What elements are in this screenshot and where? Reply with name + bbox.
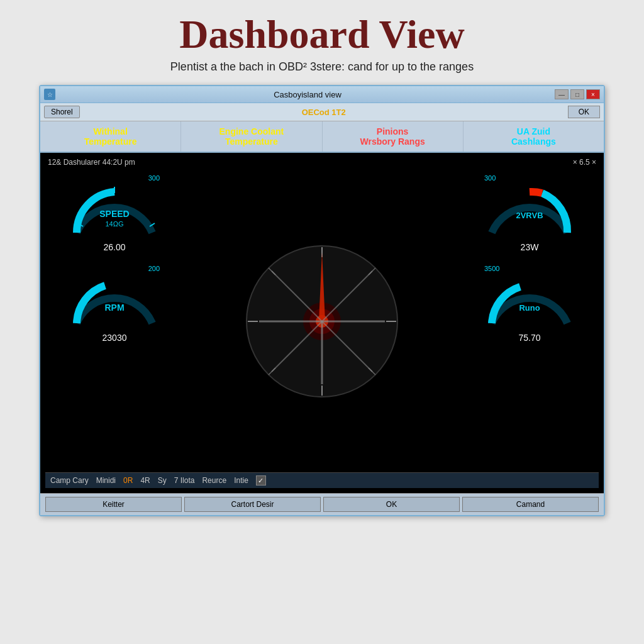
close-button[interactable]: × [586, 89, 600, 99]
gauges-container: 300 SPEED 14ΩG [45, 170, 599, 472]
top-right-value: 23W [521, 242, 539, 252]
cartort-desir-button[interactable]: Cartort Desir [184, 497, 321, 512]
tab-withinal-temperature[interactable]: WithinalTemperature [40, 121, 181, 152]
rpm-gauge-svg: RPM [64, 264, 165, 333]
minimize-button[interactable]: — [555, 89, 569, 99]
toolbar: Shorel OECod 1T2 OK [40, 103, 604, 121]
maximize-button[interactable]: □ [570, 89, 584, 99]
dash-header: 12& Dashularer 44:2U pm × 6.5 × [45, 158, 599, 167]
keitter-button[interactable]: Keitter [45, 497, 182, 512]
svg-text:RPM: RPM [104, 303, 124, 313]
rpm-value: 23030 [103, 333, 127, 343]
page-subtitle: Plentist a the bach in OBD² 3stere: cand… [0, 60, 644, 74]
status-sy: Sy [158, 476, 167, 485]
rpm-gauge: 200 RPM 23030 [45, 261, 184, 345]
status-intie: Intie [234, 476, 248, 485]
status-bar: Camp Cary Minidi 0R 4R Sy 7 Ilota Reurce… [45, 472, 599, 488]
svg-text:SPEED: SPEED [99, 209, 129, 219]
bottom-right-gauge: 3500 Runo 75.70 [460, 261, 599, 345]
dashboard-area: 12& Dashularer 44:2U pm × 6.5 × 300 [40, 153, 604, 493]
top-right-max: 300 [484, 174, 496, 182]
speed-max-label: 300 [148, 174, 160, 182]
window-title: Casboyisland view [60, 90, 555, 99]
tab-bar: WithinalTemperature Engine CoolantTemper… [40, 121, 604, 153]
svg-text:2VRVB: 2VRVB [516, 211, 543, 220]
bottom-right-max: 3500 [484, 265, 499, 272]
rpm-max-label: 200 [148, 265, 160, 272]
bottom-right-value: 75.70 [518, 333, 540, 343]
bottom-button-bar: Keitter Cartort Desir OK Camand [40, 493, 604, 515]
left-gauges: 300 SPEED 14ΩG [45, 170, 184, 472]
bottom-right-gauge-svg: Runo [479, 264, 580, 333]
top-right-gauge: 300 2VRVB 23W [460, 170, 599, 255]
status-reurce: Reurce [202, 476, 226, 485]
toolbar-label: OECod 1T2 [85, 108, 563, 117]
status-camp-cary: Camp Cary [50, 476, 89, 485]
window-controls: — □ × [555, 89, 600, 99]
status-minidi: Minidi [96, 476, 116, 485]
svg-text:Runo: Runo [519, 303, 540, 313]
svg-text:14ΩG: 14ΩG [105, 220, 123, 228]
status-4r: 4R [140, 476, 150, 485]
top-right-gauge-svg: 2VRVB [479, 173, 580, 242]
compass-svg [240, 240, 404, 403]
dash-header-left: 12& Dashularer 44:2U pm [48, 158, 135, 167]
page-header: Dashboard View Plentist a the bach in OB… [0, 0, 644, 77]
status-7ilota: 7 Ilota [174, 476, 195, 485]
shorel-button[interactable]: Shorel [44, 106, 80, 118]
app-icon: ☆ [44, 89, 55, 100]
ok-bottom-button[interactable]: OK [323, 497, 460, 512]
camand-button[interactable]: Camand [462, 497, 599, 512]
dash-header-right: × 6.5 × [573, 158, 596, 167]
speed-gauge-svg: SPEED 14ΩG [64, 173, 165, 242]
page-title: Dashboard View [0, 11, 644, 58]
center-compass [184, 170, 460, 472]
right-gauges: 300 2VRVB 23W 3500 [460, 170, 599, 472]
titlebar: ☆ Casboyisland view — □ × [40, 86, 604, 103]
tab-pinions[interactable]: PinionsWrsbory Rangs [323, 121, 464, 152]
speed-gauge: 300 SPEED 14ΩG [45, 170, 184, 255]
speed-value: 26.00 [103, 242, 125, 252]
tab-ua-zuid[interactable]: UA ZuidCashlangs [464, 121, 604, 152]
status-0r: 0R [123, 476, 133, 485]
toolbar-ok-button[interactable]: OK [568, 106, 600, 118]
tab-engine-coolant[interactable]: Engine CoolantTemperature [181, 121, 322, 152]
status-checkbox[interactable]: ✓ [256, 475, 266, 486]
app-window: ☆ Casboyisland view — □ × Shorel OECod 1… [39, 85, 605, 516]
